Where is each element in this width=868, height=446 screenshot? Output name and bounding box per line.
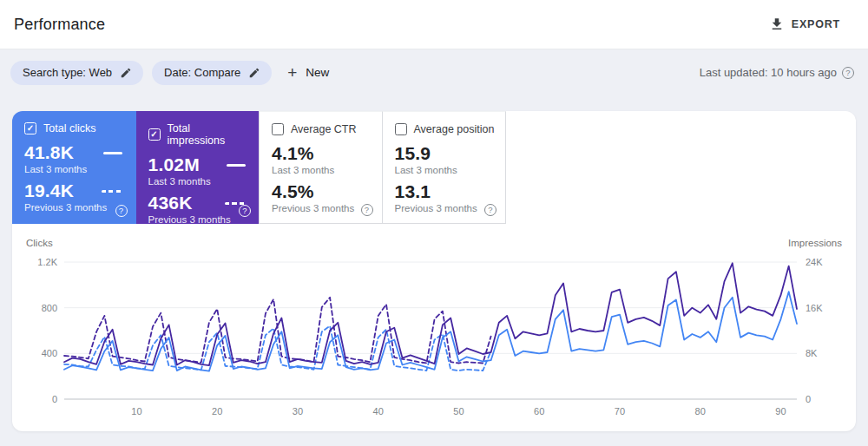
dashed-line-icon (225, 202, 246, 205)
card-total-clicks[interactable]: ✓ Total clicks 41.8K Last 3 months 19.4K… (12, 111, 136, 224)
dashed-line-icon (102, 190, 122, 193)
metric-period-current: Last 3 months (395, 165, 496, 175)
svg-text:24K: 24K (806, 257, 823, 267)
pencil-icon (248, 67, 260, 79)
performance-chart[interactable]: 004008K80016K1.2K24K102030405060708090 (21, 252, 847, 425)
metric-cards: ✓ Total clicks 41.8K Last 3 months 19.4K… (12, 111, 856, 224)
checkbox-unchecked-icon[interactable] (395, 123, 407, 135)
filter-row: Search type: Web Date: Compare + New Las… (0, 49, 868, 95)
svg-text:16K: 16K (806, 303, 823, 313)
filter-chip-search-type[interactable]: Search type: Web (10, 61, 143, 85)
metric-value-previous: 13.1 (395, 181, 431, 202)
metric-period-current: Last 3 months (272, 165, 372, 175)
export-label: EXPORT (792, 18, 840, 30)
metric-value-current: 1.02M (148, 154, 200, 175)
left-axis-title: Clicks (26, 238, 53, 248)
performance-panel: ✓ Total clicks 41.8K Last 3 months 19.4K… (12, 111, 856, 431)
card-total-impressions[interactable]: ✓ Total impressions 1.02M Last 3 months … (136, 111, 260, 224)
svg-text:0: 0 (52, 394, 57, 404)
checkbox-unchecked-icon[interactable] (272, 123, 284, 135)
solid-line-icon (227, 164, 246, 167)
svg-text:8K: 8K (806, 348, 818, 358)
right-axis-title: Impressions (788, 238, 842, 248)
download-icon (769, 16, 785, 32)
plus-icon: + (287, 64, 297, 81)
metric-period-previous: Previous 3 months (148, 214, 250, 225)
solid-line-icon (103, 152, 122, 154)
metric-value-previous: 4.5% (272, 181, 314, 202)
metric-period-previous: Previous 3 months (272, 203, 372, 213)
last-updated-text: Last updated: 10 hours ago (700, 66, 837, 79)
filter-chip-label: Date: Compare (164, 66, 240, 79)
svg-text:70: 70 (615, 406, 625, 416)
card-label: Total clicks (43, 122, 95, 134)
svg-text:90: 90 (775, 406, 786, 416)
top-bar: Performance EXPORT (0, 0, 868, 49)
chart-section: Clicks Impressions 004008K80016K1.2K24K1… (12, 224, 856, 425)
metric-period-previous: Previous 3 months (24, 202, 126, 213)
metric-value-previous: 436K (148, 193, 193, 213)
filter-chip-date-compare[interactable]: Date: Compare (152, 61, 272, 85)
card-average-ctr[interactable]: Average CTR 4.1% Last 3 months 4.5% Prev… (259, 111, 383, 224)
svg-text:400: 400 (42, 348, 57, 358)
pencil-icon (120, 67, 132, 79)
page-title: Performance (14, 16, 105, 34)
filter-chip-label: Search type: Web (23, 66, 112, 79)
new-filter-button[interactable]: + New (287, 64, 329, 81)
help-icon[interactable]: ? (115, 205, 128, 217)
card-average-position[interactable]: Average position 15.9 Last 3 months 13.1… (383, 111, 507, 224)
last-updated: Last updated: 10 hours ago ? (700, 66, 854, 79)
help-icon[interactable]: ? (484, 204, 496, 216)
svg-text:800: 800 (42, 303, 57, 313)
svg-text:1.2K: 1.2K (37, 257, 57, 267)
card-label: Average CTR (291, 123, 357, 135)
metric-value-current: 41.8K (24, 142, 74, 163)
metric-period-current: Last 3 months (148, 176, 250, 187)
card-label: Total impressions (168, 122, 250, 147)
checkbox-checked-icon[interactable]: ✓ (24, 122, 36, 134)
metric-value-current: 15.9 (395, 143, 431, 164)
svg-text:50: 50 (453, 406, 464, 416)
svg-text:40: 40 (373, 406, 384, 416)
new-filter-label: New (306, 66, 329, 79)
checkbox-checked-icon[interactable]: ✓ (148, 128, 161, 141)
svg-text:20: 20 (212, 406, 222, 416)
help-icon[interactable]: ? (361, 204, 373, 216)
help-icon[interactable]: ? (842, 67, 854, 79)
svg-text:10: 10 (131, 406, 141, 416)
svg-text:0: 0 (806, 394, 811, 404)
metric-value-previous: 19.4K (24, 180, 74, 201)
svg-text:30: 30 (293, 406, 303, 416)
svg-text:80: 80 (695, 406, 706, 416)
metric-period-current: Last 3 months (24, 164, 126, 174)
metric-value-current: 4.1% (272, 143, 314, 164)
help-icon[interactable]: ? (239, 205, 251, 217)
svg-text:60: 60 (534, 406, 544, 416)
export-button[interactable]: EXPORT (766, 11, 844, 37)
card-label: Average position (414, 123, 495, 135)
metric-period-previous: Previous 3 months (395, 203, 496, 213)
